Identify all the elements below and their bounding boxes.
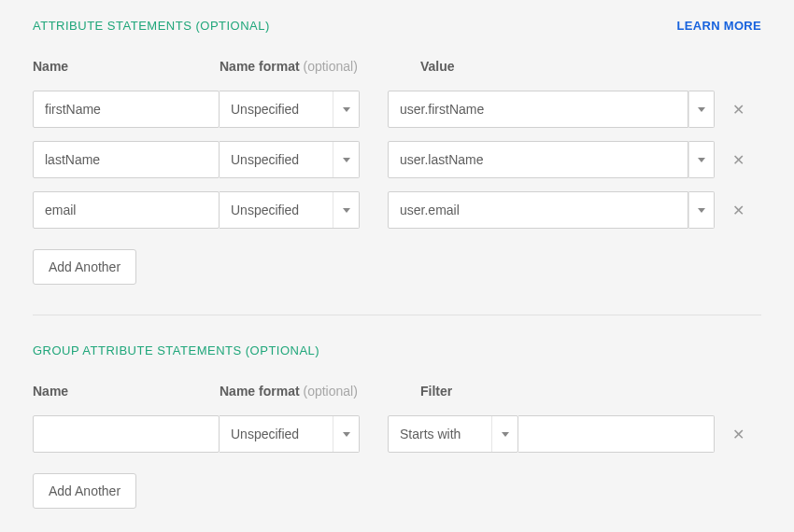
attribute-value-input[interactable] [388, 141, 688, 178]
name-format-select[interactable]: Unspecified [220, 141, 360, 178]
attribute-value-input[interactable] [388, 191, 688, 229]
section-title: GROUP ATTRIBUTE STATEMENTS (OPTIONAL) [33, 343, 319, 357]
attribute-row: Unspecified ✕ [33, 141, 761, 178]
chevron-down-icon [333, 416, 359, 452]
column-headers: Name Name format (optional) Value [33, 59, 761, 74]
attribute-name-input[interactable] [33, 191, 220, 229]
attribute-name-input[interactable] [33, 91, 220, 128]
group-attribute-row: Unspecified Starts with ✕ [33, 415, 761, 453]
column-header-value: Value [420, 59, 455, 74]
column-header-format: Name format (optional) [220, 59, 392, 74]
section-title: ATTRIBUTE STATEMENTS (OPTIONAL) [33, 19, 270, 33]
remove-row-button[interactable]: ✕ [724, 101, 752, 119]
column-header-name: Name [33, 59, 220, 74]
section-divider [33, 315, 761, 315]
select-value: Unspecified [231, 102, 299, 117]
attribute-row: Unspecified ✕ [33, 91, 761, 128]
group-attribute-statements-section: GROUP ATTRIBUTE STATEMENTS (OPTIONAL) Na… [33, 343, 761, 509]
chevron-down-icon [491, 416, 518, 452]
remove-row-button[interactable]: ✕ [724, 426, 752, 443]
column-header-filter: Filter [420, 384, 452, 399]
attribute-row: Unspecified ✕ [33, 191, 761, 229]
name-format-select[interactable]: Unspecified [220, 415, 360, 453]
name-format-select[interactable]: Unspecified [220, 91, 360, 128]
remove-row-button[interactable]: ✕ [724, 151, 752, 169]
chevron-down-icon [333, 91, 359, 127]
close-icon: ✕ [732, 203, 744, 218]
chevron-down-icon [698, 107, 705, 112]
section-header: GROUP ATTRIBUTE STATEMENTS (OPTIONAL) [33, 343, 761, 357]
close-icon: ✕ [732, 102, 744, 118]
name-format-select[interactable]: Unspecified [220, 191, 360, 229]
chevron-down-icon [333, 192, 359, 228]
attribute-statements-section: ATTRIBUTE STATEMENTS (OPTIONAL) LEARN MO… [33, 19, 761, 285]
add-another-button[interactable]: Add Another [33, 473, 136, 509]
attribute-name-input[interactable] [33, 141, 220, 178]
add-another-button[interactable]: Add Another [33, 249, 136, 285]
close-icon: ✕ [732, 427, 744, 442]
filter-wrap: Starts with [388, 415, 715, 453]
chevron-down-icon [333, 142, 359, 177]
select-value: Unspecified [231, 152, 299, 167]
column-header-format: Name format (optional) [220, 384, 392, 399]
chevron-down-icon [698, 208, 705, 213]
column-headers: Name Name format (optional) Filter [33, 384, 761, 399]
attribute-value-input[interactable] [388, 91, 688, 128]
chevron-down-icon [698, 158, 705, 162]
attribute-value-wrap [388, 91, 715, 128]
attribute-value-wrap [388, 141, 715, 178]
value-dropdown-button[interactable] [688, 141, 715, 178]
section-header: ATTRIBUTE STATEMENTS (OPTIONAL) LEARN MO… [33, 19, 761, 33]
value-dropdown-button[interactable] [688, 191, 715, 229]
column-header-name: Name [33, 384, 220, 399]
attribute-value-wrap [388, 191, 715, 229]
select-value: Starts with [400, 427, 461, 441]
learn-more-link[interactable]: LEARN MORE [677, 19, 761, 33]
value-dropdown-button[interactable] [688, 91, 715, 128]
group-name-input[interactable] [33, 415, 220, 453]
select-value: Unspecified [231, 203, 299, 217]
close-icon: ✕ [732, 152, 744, 168]
remove-row-button[interactable]: ✕ [724, 202, 752, 219]
select-value: Unspecified [231, 427, 299, 441]
filter-type-select[interactable]: Starts with [388, 415, 518, 453]
filter-value-input[interactable] [518, 415, 715, 453]
